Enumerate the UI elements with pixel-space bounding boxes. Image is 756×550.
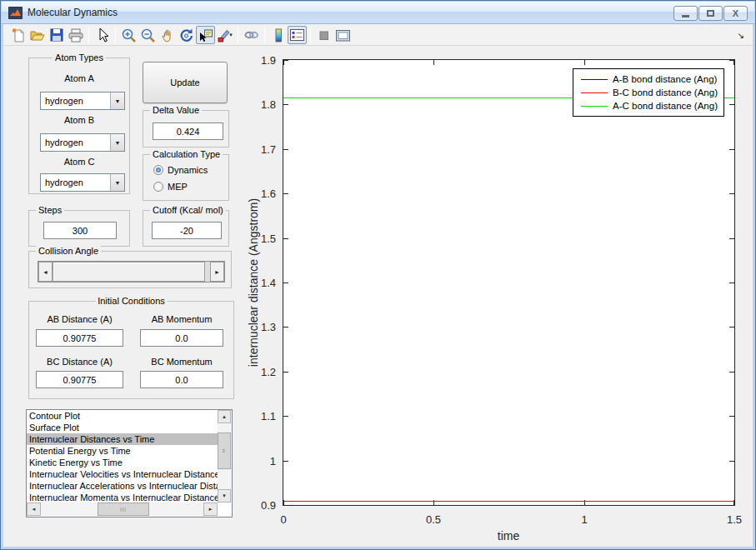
delta-value-title: Delta Value — [150, 105, 202, 115]
atom-b-value: hydrogen — [41, 134, 110, 151]
brush-dropdown-arrow[interactable]: ▼ — [228, 32, 233, 38]
plot-area[interactable]: A-B bond distance (Ang)B-C bond distance… — [283, 59, 735, 506]
close-button[interactable]: X — [723, 6, 748, 21]
insert-legend-button[interactable] — [288, 26, 307, 44]
y-tick-label: 1.2 — [261, 366, 276, 378]
save-figure-button[interactable] — [47, 26, 66, 44]
pan-button[interactable] — [158, 26, 177, 44]
horizontal-scrollbar[interactable]: ◄ ||| ► — [27, 502, 218, 517]
atom-a-dropdown[interactable]: hydrogen ▼ — [40, 92, 125, 110]
list-item[interactable]: Internuclear Velocities vs Internuclear … — [27, 468, 218, 480]
list-item[interactable]: Surface Plot — [27, 422, 218, 433]
y-tick — [729, 327, 734, 328]
horizontal-scroll-thumb[interactable]: ||| — [98, 502, 149, 516]
show-plot-tools-button[interactable] — [333, 26, 353, 44]
chevron-down-icon[interactable]: ▼ — [110, 134, 124, 151]
minimize-button[interactable] — [673, 6, 698, 21]
list-item[interactable]: Kinetic Energy vs Time — [27, 457, 218, 468]
ab-momentum-field[interactable] — [140, 329, 223, 347]
bc-distance-label: BC Distance (A) — [36, 357, 123, 367]
y-tick-label: 1.7 — [261, 143, 276, 156]
list-item[interactable]: Internuclear Distances vs Time — [27, 433, 218, 445]
cutoff-field[interactable] — [152, 222, 222, 239]
y-tick — [729, 372, 734, 372]
slider-right-arrow[interactable]: ► — [210, 262, 224, 282]
maximize-button[interactable] — [698, 6, 723, 21]
title-bar: Molecular Dynamics X — [2, 2, 754, 24]
atom-b-label: Atom B — [29, 115, 129, 125]
link-plot-button[interactable] — [242, 26, 261, 44]
list-item[interactable]: Internuclear Momenta vs Internuclear Dis… — [27, 492, 218, 502]
arrow-cursor-icon — [96, 28, 109, 42]
delta-value-field[interactable] — [153, 122, 223, 140]
ab-distance-field[interactable] — [36, 329, 123, 347]
scroll-right-icon[interactable]: ► — [203, 502, 218, 516]
toolbar-separator — [238, 28, 238, 43]
calculation-type-group: Calculation Type Dynamics MEP — [143, 154, 229, 201]
vertical-scroll-thumb[interactable]: ≡ — [218, 432, 231, 469]
rotate-3d-icon — [178, 28, 194, 43]
atom-c-dropdown[interactable]: hydrogen ▼ — [40, 173, 125, 192]
collision-angle-slider[interactable]: ◄ ► — [38, 261, 225, 282]
open-file-button[interactable] — [28, 26, 47, 44]
bc-distance-field[interactable] — [36, 371, 123, 388]
scroll-down-icon[interactable]: ▼ — [218, 489, 231, 502]
close-icon: X — [733, 8, 738, 18]
y-tick — [283, 104, 288, 105]
colorbar-icon — [272, 28, 285, 43]
chevron-down-icon[interactable]: ▼ — [110, 92, 124, 109]
slider-left-arrow[interactable]: ◄ — [38, 262, 53, 282]
x-tick-label: 0 — [280, 513, 286, 526]
toolbar-overflow-arrow[interactable]: ↘ — [738, 31, 744, 40]
legend-label: A-B bond distance (Ang) — [613, 74, 717, 84]
zoom-in-icon — [121, 28, 137, 43]
print-button[interactable] — [66, 26, 85, 44]
scroll-left-icon[interactable]: ◄ — [27, 502, 41, 516]
app-window: Molecular Dynamics X — [0, 0, 756, 550]
steps-field[interactable] — [43, 222, 117, 239]
list-item[interactable]: Internuclear Accelerations vs Internucle… — [27, 480, 218, 492]
y-tick — [283, 372, 288, 372]
data-cursor-button[interactable] — [196, 26, 215, 44]
list-item[interactable]: Contour Plot — [27, 410, 218, 422]
legend-entry: A-B bond distance (Ang) — [581, 72, 718, 86]
rotate-3d-button[interactable] — [177, 26, 196, 44]
new-figure-button[interactable] — [8, 26, 28, 44]
open-file-icon — [29, 28, 45, 42]
list-item[interactable]: Potential Energy vs Time — [27, 445, 218, 457]
bc-momentum-field[interactable] — [140, 371, 223, 388]
y-tick — [729, 282, 734, 283]
y-tick — [729, 505, 734, 506]
series-line — [283, 501, 734, 502]
update-button[interactable]: Update — [143, 62, 228, 103]
cutoff-title: Cutoff (Kcal/ mol) — [150, 205, 226, 215]
link-chain-icon — [243, 28, 259, 42]
brush-data-button[interactable]: ▼ — [215, 26, 234, 44]
x-axis-label: time — [498, 529, 519, 542]
chevron-down-icon[interactable]: ▼ — [110, 174, 124, 191]
insert-colorbar-button[interactable] — [268, 26, 288, 44]
legend-icon — [289, 28, 305, 42]
y-tick — [283, 238, 288, 239]
vertical-scrollbar[interactable]: ▲ ≡ ▼ — [218, 410, 232, 502]
zoom-in-button[interactable] — [119, 26, 138, 44]
slider-thumb[interactable] — [53, 262, 205, 282]
matlab-app-icon — [8, 7, 23, 19]
bc-momentum-label: BC Momentum — [140, 357, 223, 367]
mep-radio[interactable]: MEP — [153, 182, 188, 192]
legend[interactable]: A-B bond distance (Ang)B-C bond distance… — [573, 68, 724, 117]
legend-line-sample — [581, 106, 608, 107]
edit-arrow-button[interactable] — [93, 26, 112, 44]
y-tick — [283, 461, 288, 462]
zoom-out-button[interactable] — [138, 26, 158, 44]
legend-entry: A-C bond distance (Ang) — [581, 99, 718, 112]
new-figure-icon — [11, 28, 26, 42]
y-tick — [283, 149, 288, 150]
x-tick — [584, 60, 585, 65]
save-icon — [49, 28, 64, 42]
scroll-up-icon[interactable]: ▲ — [218, 410, 231, 423]
hide-plot-tools-button[interactable] — [314, 26, 333, 44]
legend-label: B-C bond distance (Ang) — [613, 88, 718, 98]
atom-b-dropdown[interactable]: hydrogen ▼ — [40, 133, 125, 152]
dynamics-radio[interactable]: Dynamics — [153, 165, 208, 175]
